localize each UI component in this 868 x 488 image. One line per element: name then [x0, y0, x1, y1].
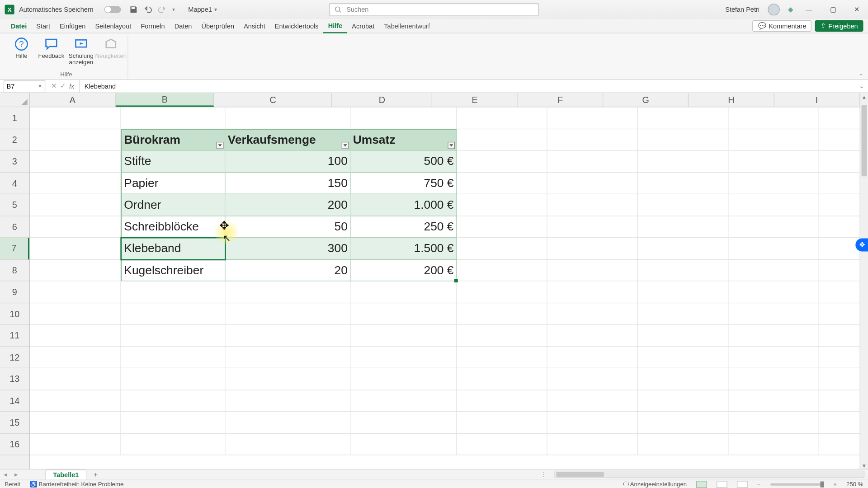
cell[interactable]: [728, 303, 819, 325]
cell[interactable]: [728, 390, 819, 412]
row-header-15[interactable]: 15: [0, 412, 29, 433]
cell[interactable]: [728, 129, 819, 150]
row-header-11[interactable]: 11: [0, 325, 29, 347]
scroll-up-icon[interactable]: ▲: [860, 93, 868, 101]
table-cell[interactable]: 150: [225, 173, 350, 194]
cell[interactable]: [30, 107, 121, 129]
tab-formeln[interactable]: Formeln: [136, 19, 170, 33]
diamond-icon[interactable]: ◆: [788, 6, 793, 14]
cell[interactable]: [457, 129, 547, 150]
cell[interactable]: [350, 412, 457, 433]
search-box[interactable]: Suchen: [329, 3, 539, 16]
cell[interactable]: [225, 412, 350, 433]
row-header-4[interactable]: 4: [0, 173, 29, 194]
cell[interactable]: [638, 107, 728, 129]
zoom-in-button[interactable]: +: [833, 481, 837, 488]
cell[interactable]: [225, 347, 350, 368]
cell[interactable]: [350, 303, 457, 325]
table-cell[interactable]: Kugelschreiber: [121, 259, 226, 281]
cell[interactable]: [121, 390, 226, 412]
cell[interactable]: [457, 238, 547, 259]
tab-ansicht[interactable]: Ansicht: [239, 19, 270, 33]
zoom-level[interactable]: 250 %: [846, 481, 863, 488]
vertical-scrollbar[interactable]: ▲ ▼: [860, 93, 868, 470]
cell[interactable]: [638, 368, 728, 390]
view-pagebreak-button[interactable]: [737, 481, 748, 488]
cell[interactable]: [638, 433, 728, 455]
cell[interactable]: [728, 238, 819, 259]
cell[interactable]: [547, 368, 638, 390]
ribbon-collapse-icon[interactable]: ⌄: [859, 70, 863, 77]
view-normal-button[interactable]: [696, 481, 707, 488]
save-icon[interactable]: [129, 5, 137, 14]
cell[interactable]: [638, 325, 728, 347]
row-header-12[interactable]: 12: [0, 347, 29, 368]
cell[interactable]: [350, 347, 457, 368]
table-cell[interactable]: Verkaufsmenge: [225, 129, 350, 150]
cell[interactable]: [30, 433, 121, 455]
cell[interactable]: [121, 325, 226, 347]
table-cell[interactable]: Schreibblöcke: [121, 216, 226, 238]
cell[interactable]: [30, 303, 121, 325]
cell[interactable]: [728, 281, 819, 303]
cell[interactable]: [638, 194, 728, 216]
table-cell[interactable]: 200: [225, 194, 350, 216]
filter-dropdown-icon[interactable]: [448, 142, 455, 149]
display-settings-button[interactable]: 🖵 Anzeigeeinstellungen: [623, 481, 687, 488]
sheet-nav-next[interactable]: ▸: [11, 471, 22, 479]
cell[interactable]: [350, 433, 457, 455]
cell[interactable]: [457, 151, 547, 173]
filter-dropdown-icon[interactable]: [217, 142, 224, 149]
tab-tabellenentwurf[interactable]: Tabellenentwurf: [379, 19, 435, 33]
column-header-G[interactable]: G: [603, 93, 689, 107]
cell[interactable]: [457, 325, 547, 347]
cell[interactable]: [225, 368, 350, 390]
table-cell[interactable]: 300: [225, 238, 350, 259]
column-header-H[interactable]: H: [689, 93, 774, 107]
row-header-16[interactable]: 16: [0, 433, 29, 455]
ribbon-btn-schulung[interactable]: Schulung anzeigen: [68, 36, 94, 66]
cell[interactable]: [225, 433, 350, 455]
cell[interactable]: [457, 281, 547, 303]
cell[interactable]: [638, 216, 728, 238]
cell[interactable]: [638, 412, 728, 433]
formula-bar-expand-icon[interactable]: ⌄: [855, 82, 868, 90]
comments-button[interactable]: 💬Kommentare: [753, 20, 812, 32]
table-cell[interactable]: 20: [225, 259, 350, 281]
cell[interactable]: [638, 259, 728, 281]
cell[interactable]: [350, 368, 457, 390]
cell[interactable]: [728, 216, 819, 238]
ribbon-btn-hilfe[interactable]: ? Hilfe: [8, 36, 34, 66]
column-header-I[interactable]: I: [774, 93, 860, 107]
cell[interactable]: [225, 107, 350, 129]
column-header-F[interactable]: F: [518, 93, 603, 107]
cell[interactable]: [30, 129, 121, 150]
cell[interactable]: [457, 216, 547, 238]
column-header-E[interactable]: E: [432, 93, 518, 107]
cell[interactable]: [457, 368, 547, 390]
cell[interactable]: [30, 281, 121, 303]
row-header-3[interactable]: 3: [0, 151, 29, 173]
sheet-tab[interactable]: Tabelle1: [45, 469, 86, 480]
row-header-2[interactable]: 2: [0, 129, 29, 150]
cell[interactable]: [121, 107, 226, 129]
table-cell[interactable]: Ordner: [121, 194, 226, 216]
cell[interactable]: [225, 325, 350, 347]
cell[interactable]: [350, 325, 457, 347]
cell[interactable]: [30, 412, 121, 433]
cell[interactable]: [457, 390, 547, 412]
autosave-toggle[interactable]: [104, 6, 121, 13]
cell[interactable]: [457, 433, 547, 455]
column-header-B[interactable]: B: [116, 93, 214, 107]
enter-formula-icon[interactable]: ✓: [60, 82, 66, 90]
table-cell[interactable]: 750 €: [350, 173, 457, 194]
row-header-9[interactable]: 9: [0, 281, 29, 303]
minimize-button[interactable]: —: [801, 4, 816, 15]
table-cell[interactable]: 500 €: [350, 151, 457, 173]
name-box[interactable]: B7 ▼: [4, 80, 45, 92]
row-header-6[interactable]: 6: [0, 216, 29, 238]
table-cell[interactable]: 100: [225, 151, 350, 173]
cell[interactable]: [547, 281, 638, 303]
undo-icon[interactable]: [143, 5, 151, 14]
table-cell[interactable]: 1.500 €: [350, 238, 457, 259]
